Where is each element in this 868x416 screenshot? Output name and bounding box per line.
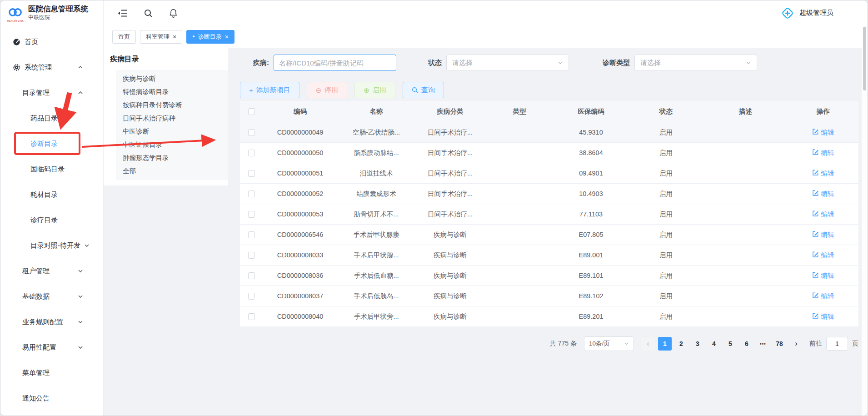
sidebar-item-10[interactable]: 基础数据 — [0, 284, 103, 309]
sidebar-item-12[interactable]: 易用性配置 — [0, 335, 103, 360]
cell-name: 手术后甲状腺瘘 — [338, 231, 415, 239]
sidebar-item-7[interactable]: 诊疗目录 — [0, 207, 103, 233]
tab-2[interactable]: ●诊断目录× — [186, 30, 234, 44]
page-button-4[interactable]: 4 — [707, 337, 721, 351]
page-button-5[interactable]: 5 — [723, 337, 737, 351]
sidebar-item-9[interactable]: 租户管理 — [0, 258, 103, 284]
main-column: 超级管理员 首页科室管理×●诊断目录× 疾病目录 疾病与诊断特慢病诊断目录按病种… — [104, 0, 868, 416]
cell-actions: 编辑 — [788, 312, 858, 321]
panel-item-2[interactable]: 按病种目录付费诊断 — [116, 99, 228, 112]
add-item-button[interactable]: + 添加新项目 — [240, 82, 299, 98]
edit-button[interactable]: 编辑 — [812, 149, 834, 157]
row-checkbox[interactable] — [248, 170, 255, 177]
page-button-1[interactable]: 1 — [658, 337, 672, 351]
sidebar-item-label: 目录管理 — [22, 89, 50, 97]
enable-button[interactable]: ⊕ 启用 — [354, 82, 395, 98]
row-checkbox[interactable] — [248, 211, 255, 218]
cell-insurance-code: 10.4903 — [554, 190, 629, 197]
close-icon[interactable]: × — [225, 34, 229, 40]
cell-category: 日间手术治疗... — [415, 190, 485, 198]
sidebar-item-2[interactable]: 目录管理 — [0, 80, 103, 105]
goto-page-input[interactable] — [826, 337, 848, 351]
content-area: 疾病目录 疾病与诊断特慢病诊断目录按病种目录付费诊断日间手术治疗病种中医诊断中医… — [104, 48, 868, 416]
diagnosis-type-select[interactable]: 请选择 — [634, 55, 757, 71]
cell-name: 空肠-乙状结肠... — [338, 128, 415, 137]
user-area[interactable]: 超级管理员 — [781, 6, 841, 20]
row-checkbox[interactable] — [248, 129, 255, 136]
cell-name: 肋骨切开术不... — [338, 210, 415, 219]
user-hospital-icon — [781, 6, 794, 20]
sidebar-item-0[interactable]: 首页 — [0, 29, 103, 55]
status-filter-group: 状态 请选择 — [428, 55, 569, 71]
edit-button[interactable]: 编辑 — [812, 128, 834, 137]
next-page-button[interactable]: › — [789, 337, 803, 351]
sidebar-item-5[interactable]: 国临码目录 — [0, 156, 103, 182]
sidebar-item-13[interactable]: 菜单管理 — [0, 360, 103, 386]
row-checkbox-cell — [240, 293, 263, 300]
edit-button[interactable]: 编辑 — [812, 292, 834, 301]
notification-bell-icon[interactable] — [169, 9, 178, 18]
disable-button[interactable]: ⊖ 停用 — [307, 82, 348, 98]
plus-icon: + — [249, 87, 253, 94]
cell-code: CD0000000050 — [263, 149, 338, 156]
page-button-2[interactable]: 2 — [674, 337, 688, 351]
row-checkbox[interactable] — [248, 293, 255, 300]
tab-0[interactable]: 首页 — [112, 30, 136, 44]
panel-item-5[interactable]: 中医证候目录 — [116, 138, 228, 151]
sidebar-item-8[interactable]: 目录对照-待开发 — [0, 233, 103, 258]
edit-button[interactable]: 编辑 — [812, 271, 834, 280]
row-checkbox[interactable] — [248, 231, 255, 238]
page-button-78[interactable]: 78 — [773, 337, 786, 351]
row-checkbox[interactable] — [248, 150, 255, 156]
search-icon[interactable] — [144, 9, 153, 18]
sidebar-item-3[interactable]: 药品目录 — [0, 105, 103, 131]
panel-item-4[interactable]: 中医诊断 — [116, 125, 228, 138]
sidebar-item-6[interactable]: 耗材目录 — [0, 182, 103, 207]
row-checkbox[interactable] — [248, 190, 255, 197]
cell-name: 手术后甲状旁... — [338, 312, 415, 321]
sidebar-item-4[interactable]: 诊断目录 — [0, 131, 103, 156]
panel-item-1[interactable]: 特慢病诊断目录 — [116, 85, 228, 99]
cell-actions: 编辑 — [788, 231, 858, 239]
prev-page-button[interactable]: ‹ — [641, 337, 655, 351]
panel-item-6[interactable]: 肿瘤形态学目录 — [116, 151, 228, 165]
panel-item-3[interactable]: 日间手术治疗病种 — [116, 112, 228, 125]
panel-item-7[interactable]: 全部 — [116, 165, 228, 178]
tab-1[interactable]: 科室管理× — [140, 30, 182, 44]
page-size-select[interactable]: 10条/页 — [584, 336, 634, 351]
sidebar-item-1[interactable]: 系统管理 — [0, 55, 103, 80]
diagnosis-type-filter-group: 诊断类型 请选择 — [603, 55, 757, 71]
edit-button[interactable]: 编辑 — [812, 210, 834, 219]
edit-button[interactable]: 编辑 — [812, 169, 834, 178]
query-button[interactable]: 查询 — [403, 82, 444, 98]
disease-search-input[interactable] — [274, 55, 396, 71]
collapse-sidebar-icon[interactable] — [117, 9, 127, 17]
status-select[interactable]: 请选择 — [446, 55, 569, 71]
sidebar-item-11[interactable]: 业务规则配置 — [0, 309, 103, 335]
close-icon[interactable]: × — [173, 34, 176, 40]
row-checkbox[interactable] — [248, 313, 255, 320]
row-checkbox[interactable] — [248, 272, 255, 279]
page-button-3[interactable]: 3 — [691, 337, 704, 351]
table-header-row: 编码名称疾病分类类型医保编码状态描述操作 — [240, 101, 858, 122]
edit-button[interactable]: 编辑 — [812, 312, 834, 321]
row-checkbox[interactable] — [248, 252, 255, 259]
dashboard-icon — [13, 38, 20, 46]
cell-category: 日间手术治疗... — [415, 210, 485, 219]
edit-icon — [812, 210, 819, 218]
cell-status: 启用 — [629, 231, 703, 239]
cell-actions: 编辑 — [788, 190, 858, 198]
pager-ellipsis[interactable]: ••• — [756, 337, 770, 351]
sidebar-item-14[interactable]: 通知公告 — [0, 386, 103, 411]
edit-label: 编辑 — [821, 169, 834, 178]
edit-button[interactable]: 编辑 — [812, 190, 834, 198]
edit-button[interactable]: 编辑 — [812, 251, 834, 260]
edit-button[interactable]: 编辑 — [812, 231, 834, 239]
panel-item-0[interactable]: 疾病与诊断 — [116, 72, 228, 85]
scrollbar-thumb[interactable] — [863, 27, 866, 90]
select-all-checkbox[interactable] — [248, 108, 255, 115]
disease-filter-group: 疾病: — [253, 55, 396, 71]
chevron-down-icon — [78, 319, 83, 325]
page-button-6[interactable]: 6 — [740, 337, 753, 351]
plus-circle-icon: ⊕ — [364, 87, 369, 94]
